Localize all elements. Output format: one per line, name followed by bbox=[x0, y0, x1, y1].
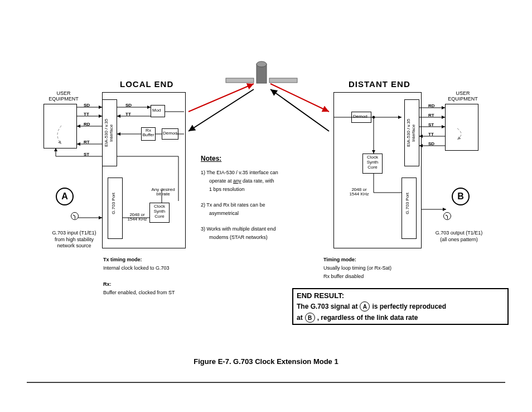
notes-2b: asymmetrical bbox=[209, 210, 239, 216]
local-clocksynth-label: Clock Synth Core bbox=[149, 204, 170, 219]
notes-heading: Notes: bbox=[201, 155, 221, 162]
local-txmode-heading: Tx timing mode: bbox=[103, 257, 142, 262]
local-anyrate-label: Any desired bit rate bbox=[148, 188, 178, 197]
distant-eia-interface-label: EIA-530 / v.35 Interface bbox=[406, 106, 416, 160]
local-rx-body: Buffer enabled, clocked from ST bbox=[103, 290, 175, 295]
distant-timingmode-b1: Usually loop timing (or Rx-Sat) bbox=[323, 265, 391, 271]
distant-clock-icon bbox=[443, 212, 451, 220]
end-result-line1: The G.703 signal at A is perfectly repro… bbox=[297, 301, 446, 312]
notes-1b: operate at any data rate, with bbox=[209, 178, 274, 184]
figure-caption: Figure E-7. G.703 Clock Extension Mode 1 bbox=[0, 357, 532, 366]
notes-1d: 1 bps resolution bbox=[209, 186, 245, 192]
end-result-line2: at B , regardless of the link data rate bbox=[297, 313, 418, 323]
notes-3a: 3) Works with multiple distant end bbox=[201, 226, 275, 232]
svg-rect-2 bbox=[226, 78, 254, 83]
local-g703port-label: G.703 Port bbox=[111, 193, 116, 214]
distant-output-label: G.703 output (T1/E1) (all ones pattern) bbox=[423, 230, 495, 243]
distant-user-equipment-label: USER EQUIPMENT bbox=[441, 90, 485, 102]
notes-2a: 2) Tx and Rx bit rates can be bbox=[201, 202, 265, 208]
distant-timingmode-b2: Rx buffer disabled bbox=[323, 274, 364, 279]
distant-clocksynth-label: Clock Synth Core bbox=[362, 155, 383, 170]
local-sd-left: SD bbox=[84, 103, 90, 108]
svg-point-1 bbox=[257, 61, 267, 67]
local-eia-interface-label: EIA-530 / v.35 Interface bbox=[104, 106, 114, 160]
distant-g703port-label: G.703 Port bbox=[405, 193, 410, 214]
distant-st: ST bbox=[428, 122, 434, 127]
local-rxbuffer-label: Rx Buffer bbox=[141, 128, 156, 137]
svg-line-4 bbox=[188, 84, 254, 112]
local-mod-label: Mod bbox=[152, 108, 161, 113]
local-user-equipment-label: USER EQUIPMENT bbox=[41, 90, 86, 102]
end-result-marker-a: A bbox=[360, 301, 370, 312]
end-result-heading: END RESULT: bbox=[297, 291, 344, 300]
svg-line-7 bbox=[270, 89, 329, 131]
local-rx-heading: Rx: bbox=[103, 281, 112, 287]
end-result-marker-b: B bbox=[305, 313, 315, 323]
distant-user-equipment-box bbox=[445, 104, 478, 151]
distant-rt: RT bbox=[428, 113, 434, 118]
notes-3b: modems (STAR networks) bbox=[209, 234, 268, 240]
distant-rd: RD bbox=[428, 103, 435, 108]
marker-a: A bbox=[56, 188, 74, 205]
distant-clkrate-label: 2048 or 1544 KHz bbox=[347, 188, 371, 197]
local-user-equipment-box bbox=[43, 104, 77, 148]
local-sd-in: SD bbox=[125, 103, 132, 108]
distant-tt: TT bbox=[428, 132, 434, 137]
local-st-left: ST bbox=[84, 152, 89, 157]
svg-rect-3 bbox=[269, 78, 297, 83]
local-tt-left: TT bbox=[84, 112, 89, 117]
diagram-wires bbox=[0, 0, 532, 412]
local-rd-left: RD bbox=[84, 122, 90, 127]
svg-line-5 bbox=[188, 89, 254, 131]
local-input-label: G.703 input (T1/E1) from high stability … bbox=[41, 230, 108, 250]
local-clkrate-label: 2048 or 1544 KHz bbox=[125, 213, 149, 222]
svg-rect-0 bbox=[257, 64, 267, 83]
distant-timingmode-heading: Timing mode: bbox=[323, 257, 356, 262]
local-rt-left: RT bbox=[84, 140, 90, 145]
distant-sd: SD bbox=[428, 141, 434, 146]
local-clock-icon bbox=[71, 212, 79, 220]
local-demod-label: Demod bbox=[163, 131, 177, 136]
distant-demod-label: Demod bbox=[353, 114, 367, 119]
notes-1a: 1) The EIA-530 / v.35 interface can bbox=[201, 170, 278, 175]
local-tt-in: TT bbox=[125, 112, 131, 117]
local-end-title: LOCAL END bbox=[120, 79, 173, 89]
marker-b: B bbox=[452, 188, 470, 205]
distant-end-title: DISTANT END bbox=[349, 79, 410, 89]
svg-line-6 bbox=[270, 84, 329, 112]
local-txmode-body: Internal clock locked to G.703 bbox=[103, 265, 170, 271]
